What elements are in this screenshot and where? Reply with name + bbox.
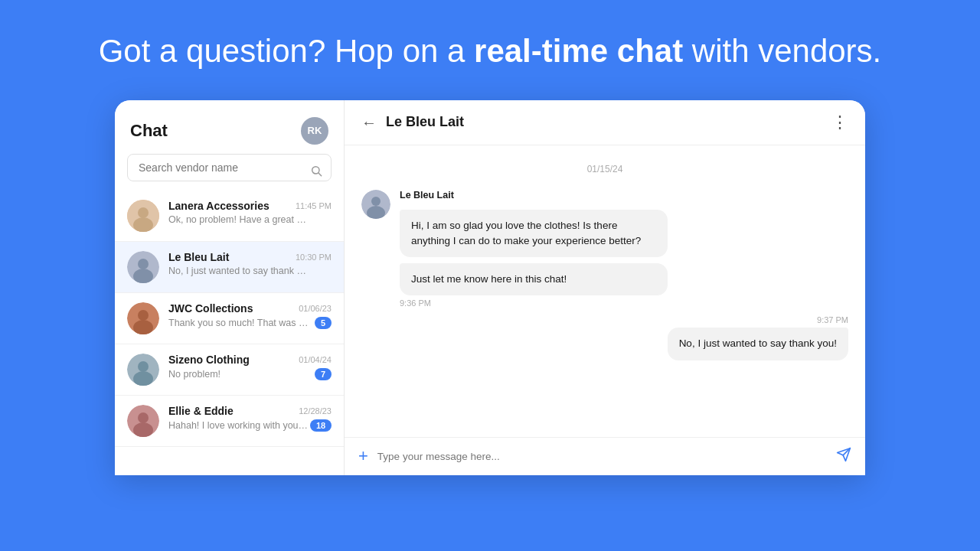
user-avatar[interactable]: RK bbox=[301, 117, 328, 145]
search-icon bbox=[310, 165, 322, 180]
chat-info: Ellie & Eddie 12/28/23 Hahah! I love wor… bbox=[168, 405, 332, 432]
chat-preview: No problem! bbox=[168, 369, 220, 380]
chat-messages: 01/15/24 Le Bleu Lait Hi, I am so glad y… bbox=[345, 145, 865, 437]
app-window: Chat RK bbox=[115, 100, 865, 475]
chat-info: Lanera Accessories 11:45 PM Ok, no probl… bbox=[168, 200, 332, 225]
chat-preview: Hahah! I love working with you Sasha! bbox=[168, 420, 310, 431]
unread-badge: 18 bbox=[310, 419, 332, 432]
unread-badge: 5 bbox=[315, 317, 332, 329]
chat-list: Lanera Accessories 11:45 PM Ok, no probl… bbox=[115, 191, 344, 475]
search-input[interactable] bbox=[127, 154, 332, 181]
svg-point-12 bbox=[138, 361, 149, 372]
chat-time: 01/06/23 bbox=[299, 304, 332, 313]
message-row: 9:37 PM No, I just wanted to say thank y… bbox=[361, 315, 848, 360]
add-attachment-button[interactable]: + bbox=[358, 448, 368, 465]
message-time: 9:36 PM bbox=[400, 298, 668, 308]
chat-main: ← Le Bleu Lait ⋮ 01/15/24 Le Bleu Lait bbox=[345, 100, 865, 475]
chat-header-name: Le Bleu Lait bbox=[386, 114, 831, 130]
svg-point-3 bbox=[138, 207, 149, 218]
chat-input-area: + bbox=[345, 437, 865, 475]
chat-header: ← Le Bleu Lait ⋮ bbox=[345, 100, 865, 145]
chat-name: JWC Collections bbox=[168, 302, 253, 315]
message-row: Le Bleu Lait Hi, I am so glad you love t… bbox=[361, 190, 848, 308]
list-item[interactable]: Sizeno Clothing 01/04/24 No problem! 7 bbox=[115, 344, 344, 396]
chat-name: Lanera Accessories bbox=[168, 200, 270, 212]
chat-time: 01/04/24 bbox=[299, 355, 332, 364]
more-options-button[interactable]: ⋮ bbox=[831, 114, 848, 131]
chat-info: JWC Collections 01/06/23 Thank you so mu… bbox=[168, 302, 332, 329]
vendor-name-label: Le Bleu Lait bbox=[400, 190, 668, 201]
chat-time: 12/28/23 bbox=[299, 406, 332, 416]
svg-point-9 bbox=[138, 310, 149, 321]
search-container bbox=[115, 154, 344, 191]
message-bubble: Hi, I am so glad you love the clothes! I… bbox=[400, 210, 668, 258]
svg-point-18 bbox=[371, 197, 381, 206]
hero-heading: Got a question? Hop on a real-time chat … bbox=[99, 31, 882, 73]
list-item[interactable]: Ellie & Eddie 12/28/23 Hahah! I love wor… bbox=[115, 396, 344, 447]
date-divider: 01/15/24 bbox=[361, 164, 848, 174]
chat-name: Le Bleu Lait bbox=[168, 251, 229, 263]
vendor-message-group: Le Bleu Lait Hi, I am so glad you love t… bbox=[400, 190, 668, 308]
list-item[interactable]: Le Bleu Lait 10:30 PM No, I just wanted … bbox=[115, 242, 344, 293]
send-button[interactable] bbox=[836, 447, 851, 466]
svg-point-15 bbox=[138, 412, 149, 423]
list-item[interactable]: Lanera Accessories 11:45 PM Ok, no probl… bbox=[115, 191, 344, 242]
message-input[interactable] bbox=[377, 451, 827, 462]
chat-time: 11:45 PM bbox=[296, 201, 332, 210]
chat-preview: No, I just wanted to say thank you! bbox=[168, 266, 310, 276]
chat-preview: Ok, no problem! Have a great day! bbox=[168, 214, 310, 225]
chat-info: Sizeno Clothing 01/04/24 No problem! 7 bbox=[168, 354, 332, 380]
message-bubble: Just let me know here in this chat! bbox=[400, 263, 668, 295]
chat-name: Sizeno Clothing bbox=[168, 354, 250, 366]
sidebar-title: Chat bbox=[130, 121, 168, 141]
sidebar-header: Chat RK bbox=[115, 100, 344, 154]
message-time-above: 9:37 PM bbox=[817, 315, 848, 324]
svg-point-6 bbox=[138, 259, 149, 269]
chat-preview: Thank you so much! That was very helpful… bbox=[168, 318, 310, 328]
vendor-avatar bbox=[361, 190, 390, 219]
svg-line-1 bbox=[318, 173, 322, 176]
list-item[interactable]: JWC Collections 01/06/23 Thank you so mu… bbox=[115, 293, 344, 344]
unread-badge: 7 bbox=[315, 368, 332, 380]
back-button[interactable]: ← bbox=[361, 115, 377, 130]
message-bubble: No, I just wanted to say thank you! bbox=[668, 328, 848, 360]
sidebar: Chat RK bbox=[115, 100, 345, 475]
chat-name: Ellie & Eddie bbox=[168, 405, 234, 417]
chat-time: 10:30 PM bbox=[296, 253, 332, 262]
chat-info: Le Bleu Lait 10:30 PM No, I just wanted … bbox=[168, 251, 332, 276]
